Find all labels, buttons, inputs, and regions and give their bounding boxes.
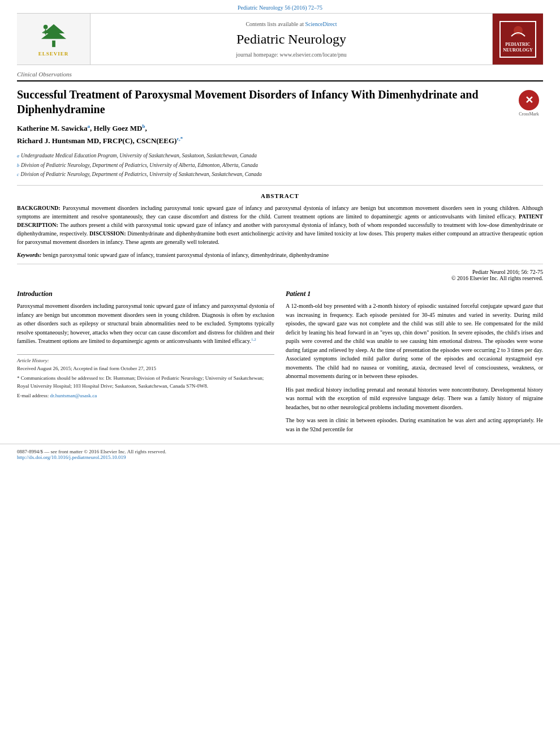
article-title: Successful Treatment of Paroxysmal Movem…	[17, 87, 509, 117]
affil-line-2: b Division of Pediatric Neurology, Depar…	[17, 161, 543, 169]
col-right: Patient 1 A 12-month-old boy presented w…	[286, 290, 543, 438]
two-col-body: Introduction Paroxysmal movement disorde…	[17, 290, 543, 438]
crossmark-area[interactable]: ✕ CrossMark	[515, 90, 543, 117]
page: Pediatric Neurology 56 (2016) 72–75 ELSE…	[0, 0, 560, 747]
pn-logo-text: PEDIATRIC NEUROLOGY	[503, 42, 532, 54]
email-line: E-mail address: dr.huntsman@usask.ca	[17, 392, 274, 400]
main-content: Clinical Observations Successful Treatme…	[0, 65, 560, 438]
svg-point-3	[43, 25, 48, 29]
pn-logo-box: PEDIATRIC NEUROLOGY	[499, 21, 536, 58]
affil-line-1: a Undergraduate Medical Education Progra…	[17, 152, 543, 160]
patient1-heading: Patient 1	[286, 290, 543, 298]
email-link[interactable]: dr.huntsman@usask.ca	[50, 393, 97, 398]
citation-block: Pediatr Neurol 2016; 56: 72-75 © 2016 El…	[17, 264, 543, 281]
citation-line1: Pediatr Neurol 2016; 56: 72-75	[17, 269, 543, 275]
affiliations-block: a Undergraduate Medical Education Progra…	[17, 152, 543, 186]
patient1-para1: A 12-month-old boy presented with a 2-mo…	[286, 302, 543, 381]
journal-title-area: Contents lists available at ScienceDirec…	[91, 14, 492, 65]
keywords-text: benign paroxysmal tonic upward gaze of i…	[43, 252, 329, 258]
issn-text: 0887-8994/$ — see front matter © 2016 El…	[17, 449, 543, 454]
contents-line: Contents lists available at ScienceDirec…	[245, 21, 337, 27]
svg-rect-0	[52, 41, 55, 48]
author2-name: , Helly Goez MD	[90, 124, 142, 132]
crossmark-icon: ✕	[519, 90, 539, 110]
affil-3-text: Division of Pediatric Neurology, Departm…	[21, 170, 262, 178]
affil-line-3: c Division of Pediatric Neurology, Depar…	[17, 170, 543, 178]
pn-journal-icon	[507, 25, 529, 42]
background-label: BACKGROUND:	[17, 205, 61, 211]
patient1-para3: The boy was seen in clinic in between ep…	[286, 416, 543, 433]
doi-link[interactable]: http://dx.doi.org/10.1016/j.pediatrneuro…	[17, 454, 126, 460]
correspondence-text: * Communications should be addressed to:…	[17, 375, 274, 390]
svg-rect-8	[514, 35, 523, 41]
crossmark-label: CrossMark	[515, 111, 543, 117]
article-history-title: Article History:	[17, 358, 274, 363]
article-history-block: Article History: Received August 26, 201…	[17, 354, 274, 400]
journal-homepage: journal homepage: www.elsevier.com/locat…	[236, 51, 346, 58]
title-row: Successful Treatment of Paroxysmal Movem…	[17, 87, 543, 122]
journal-header-area: ELSEVIER Contents lists available at Sci…	[17, 13, 543, 65]
citation-line2: © 2016 Elsevier Inc. All rights reserved…	[17, 275, 543, 281]
abstract-text: BACKGROUND: Paroxysmal movement disorder…	[17, 204, 543, 246]
elsevier-logo-area: ELSEVIER	[17, 14, 91, 65]
affil-2-text: Division of Pediatric Neurology, Departm…	[21, 161, 258, 169]
author3-name: Richard J. Huntsman MD, FRCP(C), CSCN(EE…	[17, 136, 176, 145]
author2-sup: b	[143, 123, 145, 129]
bottom-bar: 0887-8994/$ — see front matter © 2016 El…	[0, 444, 560, 463]
keywords-block: Keywords: benign paroxysmal tonic upward…	[17, 251, 543, 259]
patient1-para2: His past medical history including prena…	[286, 385, 543, 412]
author3-sup: c,*	[176, 136, 183, 141]
abstract-title: ABSTRACT	[17, 192, 543, 199]
background-text: Paroxysmal movement disorders including …	[17, 205, 543, 220]
elsevier-label: ELSEVIER	[38, 51, 69, 57]
discussion-label: DISCUSSION:	[89, 230, 126, 237]
section-label: Clinical Observations	[17, 65, 543, 81]
introduction-heading: Introduction	[17, 290, 274, 298]
affil-1-text: Undergraduate Medical Education Program,…	[21, 152, 257, 160]
pn-logo-area: PEDIATRIC NEUROLOGY	[492, 14, 543, 65]
col-left: Introduction Paroxysmal movement disorde…	[17, 290, 274, 438]
abstract-section: ABSTRACT BACKGROUND: Paroxysmal movement…	[17, 192, 543, 281]
sciencedirect-link[interactable]: ScienceDirect	[305, 21, 337, 27]
keywords-label: Keywords:	[17, 252, 41, 258]
introduction-para1: Paroxysmal movement disorders including …	[17, 302, 274, 346]
elsevier-tree-icon	[34, 22, 74, 49]
svg-marker-2	[41, 29, 66, 38]
author1-name: Katherine M. Sawicka	[17, 124, 88, 132]
journal-reference: Pediatric Neurology 56 (2016) 72–75	[238, 5, 322, 11]
journal-title: Pediatric Neurology	[236, 32, 346, 47]
authors-block: Katherine M. Sawickaa, Helly Goez MDb, R…	[17, 122, 543, 147]
journal-top-header: Pediatric Neurology 56 (2016) 72–75	[0, 0, 560, 13]
received-text: Received August 26, 2015; Accepted in fi…	[17, 365, 274, 373]
